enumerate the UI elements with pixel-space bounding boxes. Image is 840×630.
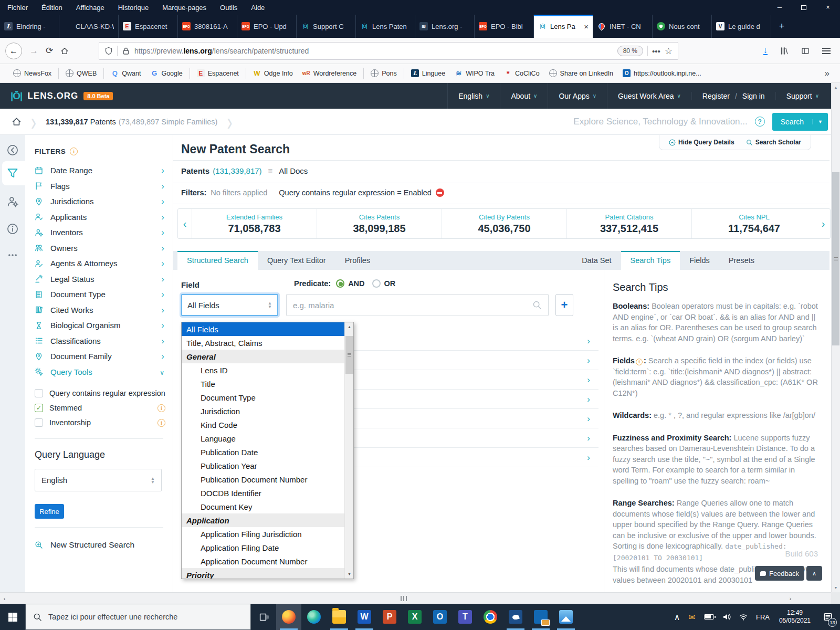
radio-icon[interactable] — [372, 279, 381, 288]
add-row-button[interactable]: + — [555, 294, 573, 316]
browser-tab[interactable]: CLAAS-KD-Wö × — [59, 15, 119, 38]
scrollbar-grip[interactable] — [401, 596, 408, 601]
site-nav-item[interactable]: Our Apps ∨ — [548, 83, 607, 109]
browser-tab[interactable]: EPO - Upd × — [237, 15, 297, 38]
field-select-dropdown[interactable]: All Fields Title, Abstract, Claims Gener… — [181, 322, 354, 579]
taskbar-app[interactable] — [427, 604, 453, 630]
taskbar-app[interactable] — [276, 604, 301, 630]
help-icon[interactable]: ? — [755, 117, 765, 127]
dropdown-option[interactable]: Language — [182, 432, 344, 445]
filter-item[interactable]: Document Type — [35, 287, 173, 302]
browser-tab[interactable]: Lens Paten × — [356, 15, 415, 38]
scroll-up-icon[interactable]: ▲ — [345, 322, 354, 331]
dropdown-option[interactable]: Document Key — [182, 500, 344, 513]
task-view-button[interactable] — [251, 604, 276, 630]
profiles-icon[interactable] — [7, 196, 18, 207]
browser-tab[interactable]: INET - CN × — [593, 15, 653, 38]
search-scholar-button[interactable]: Search Scholar — [746, 139, 801, 146]
taskbar-app[interactable] — [377, 604, 402, 630]
tab-close-icon[interactable]: × — [584, 22, 589, 31]
reload-button[interactable]: ⟳ — [46, 45, 53, 56]
dropdown-option[interactable]: Application Document Number — [182, 554, 344, 568]
feedback-button[interactable]: Feedback — [755, 566, 804, 581]
info-icon[interactable]: i — [70, 148, 78, 155]
dropdown-option[interactable]: Kind Code — [182, 418, 344, 432]
side-tab[interactable]: Data Set — [572, 251, 621, 270]
main-tab[interactable]: Profiles — [335, 251, 380, 270]
filter-item[interactable]: Classifications — [35, 333, 173, 349]
carousel-next-icon[interactable]: › — [816, 218, 830, 230]
bookmark-item[interactable]: NewsFox — [8, 69, 56, 77]
filter-item[interactable]: Jurisdictions — [35, 194, 173, 209]
taskbar-app[interactable] — [327, 604, 352, 630]
new-tab-button[interactable]: + — [771, 15, 792, 38]
toggle-row[interactable]: Stemmed i — [35, 401, 173, 415]
menu-item[interactable]: Affichage — [76, 4, 104, 12]
wifi-icon[interactable] — [735, 604, 752, 630]
patents-count-link[interactable]: (131,339,817) — [213, 166, 261, 175]
checkbox[interactable] — [35, 418, 43, 427]
battery-icon[interactable] — [700, 604, 718, 630]
filter-item[interactable]: Agents & Attorneys — [35, 256, 173, 271]
page-actions-icon[interactable]: ••• — [652, 47, 660, 56]
site-nav-item[interactable]: About ∨ — [500, 83, 548, 109]
menu-hamburger-icon[interactable] — [822, 48, 831, 49]
menu-item[interactable]: Édition — [41, 4, 62, 12]
bookmarks-overflow-icon[interactable]: » — [825, 68, 830, 79]
support-menu[interactable]: Support ∨ — [775, 92, 830, 100]
vertical-scrollbar[interactable]: ▲ ▼ — [831, 83, 840, 592]
dropdown-option[interactable]: Application — [182, 513, 344, 527]
taskbar-search[interactable]: Tapez ici pour effectuer une recherche — [25, 604, 251, 630]
signin-link[interactable]: Sign in — [742, 92, 765, 100]
main-tab[interactable]: Query Text Editor — [258, 251, 335, 270]
horizontal-scrollbar[interactable]: ‹ › — [0, 592, 840, 604]
browser-tab[interactable]: Le guide d × — [712, 15, 771, 38]
home-button[interactable] — [60, 46, 69, 56]
start-button[interactable] — [0, 604, 25, 630]
scrollbar-thumb[interactable] — [832, 172, 839, 345]
bookmark-item[interactable]: WIPO Tra — [450, 69, 499, 77]
browser-tab[interactable]: Eindring - × — [0, 15, 59, 38]
bookmark-item[interactable]: https://outlook.inpi.ne... — [618, 69, 706, 77]
close-button[interactable]: × — [816, 0, 840, 15]
minimize-button[interactable]: ─ — [768, 0, 792, 15]
query-language-select[interactable]: English ▲▼ — [35, 469, 162, 491]
bookmark-item[interactable]: Google — [145, 69, 187, 77]
toggle-row[interactable]: Inventorship i — [35, 415, 173, 430]
dropdown-option[interactable]: Publication Date — [182, 445, 344, 459]
scroll-right-icon[interactable]: › — [786, 594, 795, 603]
collapse-sidebar-icon[interactable] — [7, 144, 18, 156]
speaker-icon[interactable] — [718, 604, 735, 630]
dropdown-option[interactable]: Title — [182, 377, 344, 391]
bookmark-item[interactable]: QWEB — [61, 69, 101, 77]
bookmark-item[interactable]: Espacenet — [192, 69, 244, 77]
taskbar-app[interactable] — [503, 604, 528, 630]
filter-item[interactable]: Flags — [35, 178, 173, 194]
dropdown-option[interactable]: General — [182, 350, 344, 363]
bookmark-item[interactable]: Pons — [366, 69, 402, 77]
explore-placeholder[interactable]: Explore Science, Technology & Innovation… — [573, 117, 747, 127]
bookmark-item[interactable]: Share on LinkedIn — [544, 69, 618, 77]
predicate-radio[interactable]: AND — [336, 279, 364, 288]
dropdown-option[interactable]: Priority — [182, 568, 344, 579]
site-nav-item[interactable]: Guest Work Area ∨ — [607, 83, 691, 109]
refine-button[interactable]: Refine — [35, 504, 64, 519]
main-tab[interactable]: Structured Search — [177, 251, 258, 270]
dropdown-option[interactable]: Document Type — [182, 391, 344, 404]
side-tab[interactable]: Search Tips — [621, 251, 680, 270]
info-icon[interactable]: i — [636, 359, 643, 365]
stat-column[interactable]: Cited By Patents 45,036,750 — [442, 209, 566, 238]
filter-item[interactable]: Applicants — [35, 209, 173, 225]
bookmark-item[interactable]: Odge Info — [248, 69, 298, 77]
downloads-icon[interactable]: ↓ — [763, 47, 768, 55]
bookmark-star-icon[interactable]: ☆ — [665, 46, 673, 57]
breadcrumb[interactable]: 131,339,817 Patents(73,489,897 Simple Fa… — [46, 118, 217, 126]
stat-column[interactable]: Cites Patents 38,099,185 — [317, 209, 442, 238]
info-icon[interactable]: i — [158, 419, 165, 427]
stat-column[interactable]: Extended Families 71,058,783 — [192, 209, 317, 238]
stat-column[interactable]: Patent Citations 337,512,415 — [566, 209, 691, 238]
filter-item[interactable]: Date Range — [35, 163, 173, 178]
shield-icon[interactable] — [104, 47, 113, 55]
taskbar-app[interactable] — [453, 604, 478, 630]
query-term-input[interactable]: e.g. malaria — [286, 294, 549, 316]
